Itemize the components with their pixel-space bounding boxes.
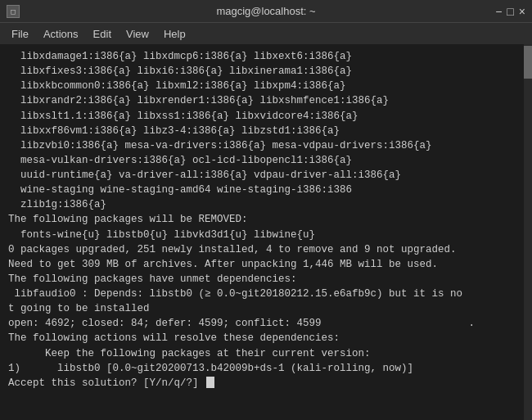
titlebar-title: magcig@localhost: ~ — [216, 5, 315, 17]
terminal-content[interactable]: libxdamage1:i386{a} libxdmcp6:i386{a} li… — [0, 44, 524, 420]
menu-item-file[interactable]: File — [5, 26, 35, 42]
menu-item-actions[interactable]: Actions — [37, 26, 85, 42]
terminal-line: mesa-vulkan-drivers:i386{a} ocl-icd-libo… — [8, 153, 516, 168]
terminal-line: libfaudio0 : Depends: libstb0 (≥ 0.0~git… — [8, 287, 516, 301]
terminal-line: fonts-wine{u} libstb0{u} libvkd3d1{u} li… — [8, 228, 516, 242]
terminal-line: libxrandr2:i386{a} libxrender1:i386{a} l… — [8, 93, 516, 108]
menu-item-help[interactable]: Help — [157, 26, 192, 42]
terminal-line: libzvbi0:i386{a} mesa-va-drivers:i386{a}… — [8, 138, 516, 153]
terminal-wrapper: libxdamage1:i386{a} libxdmcp6:i386{a} li… — [0, 44, 532, 420]
terminal-line: libxslt1.1:i386{a} libxss1:i386{a} libxv… — [8, 109, 516, 124]
terminal-line: open: 4692; closed: 84; defer: 4599; con… — [8, 316, 516, 331]
terminal-line: Accept this solution? [Y/n/q/?] — [8, 376, 516, 391]
terminal-line: t going to be installed — [8, 301, 516, 316]
terminal-line: libxkbcommon0:i386{a} libxml2:i386{a} li… — [8, 79, 516, 93]
close-button[interactable]: × — [519, 6, 525, 17]
terminal-line: wine-staging wine-staging-amd64 wine-sta… — [8, 183, 516, 197]
menu-item-edit[interactable]: Edit — [87, 26, 118, 42]
minimize-button[interactable]: − — [495, 6, 502, 17]
maximize-button[interactable]: □ — [507, 6, 513, 17]
terminal-line: libxdamage1:i386{a} libxdmcp6:i386{a} li… — [8, 49, 516, 64]
terminal-line: 0 packages upgraded, 251 newly installed… — [8, 242, 516, 257]
titlebar-left: □ — [7, 5, 20, 18]
terminal-line: zlib1g:i386{a} — [8, 197, 516, 212]
menu-item-view[interactable]: View — [119, 26, 156, 42]
titlebar-controls[interactable]: − □ × — [495, 6, 525, 17]
terminal-cursor — [206, 377, 214, 388]
terminal-line: 1) libstb0 [0.0~git20200713.b42009b+ds-1… — [8, 361, 516, 376]
titlebar: □ magcig@localhost: ~ − □ × — [0, 0, 532, 23]
scrollbar[interactable] — [524, 44, 532, 420]
terminal-line: Keep the following packages at their cur… — [8, 346, 516, 361]
terminal-line: The following packages have unmet depend… — [8, 272, 516, 287]
terminal-line: libxfixes3:i386{a} libxi6:i386{a} libxin… — [8, 64, 516, 79]
window-icon: □ — [7, 5, 20, 18]
terminal-line: The following packages will be REMOVED: — [8, 212, 516, 227]
terminal-line: Need to get 309 MB of archives. After un… — [8, 257, 516, 272]
menubar: FileActionsEditViewHelp — [0, 23, 532, 44]
terminal-line: uuid-runtime{a} va-driver-all:i386{a} vd… — [8, 168, 516, 183]
terminal-line: The following actions will resolve these… — [8, 331, 516, 345]
terminal-line: libxxf86vm1:i386{a} libz3-4:i386{a} libz… — [8, 124, 516, 138]
scrollbar-thumb[interactable] — [524, 46, 532, 79]
